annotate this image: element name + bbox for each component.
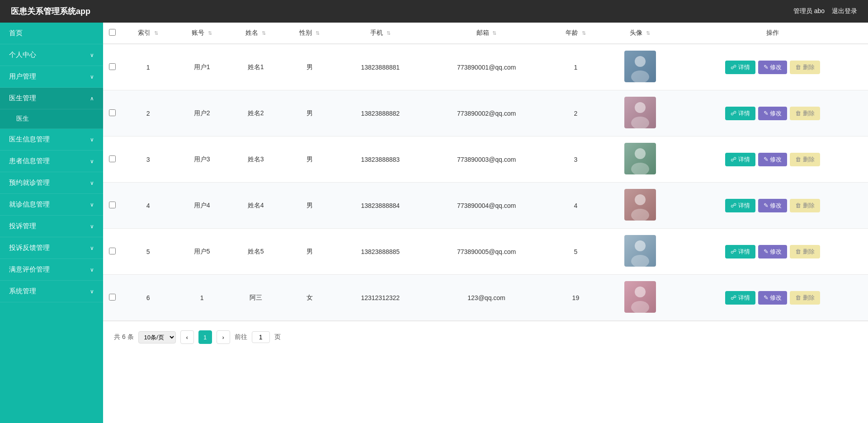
row-index: 3 <box>121 136 175 183</box>
row-gender: 男 <box>283 90 336 136</box>
sidebar-item-patient-info-mgmt[interactable]: 患者信息管理 ∨ <box>0 150 103 172</box>
sidebar-item-satisfaction-mgmt[interactable]: 满意评价管理 ∨ <box>0 259 103 281</box>
col-phone[interactable]: 手机 ⇅ <box>336 23 424 44</box>
row-gender: 男 <box>283 229 336 275</box>
admin-label: 管理员 abo <box>793 7 825 15</box>
row-age: 3 <box>549 136 603 183</box>
sidebar: 首页 个人中心 ∨ 用户管理 ∨ 医生管理 ∧ 医生 医生信息管理 ∨ 患者信息… <box>0 23 103 423</box>
page-1-button[interactable]: 1 <box>198 330 212 344</box>
delete-button[interactable]: 🗑 删除 <box>790 245 820 258</box>
action-group: ☍ 详情 ✎ 修改 🗑 删除 <box>682 107 863 120</box>
col-index[interactable]: 索引 ⇅ <box>121 23 175 44</box>
chevron-down-icon: ∨ <box>90 202 94 208</box>
col-name[interactable]: 姓名 ⇅ <box>229 23 283 44</box>
col-email[interactable]: 邮箱 ⇅ <box>424 23 549 44</box>
row-age: 4 <box>549 183 603 229</box>
avatar <box>624 143 656 174</box>
row-actions: ☍ 详情 ✎ 修改 🗑 删除 <box>677 275 868 321</box>
sidebar-item-doctor-info-mgmt[interactable]: 医生信息管理 ∨ <box>0 129 103 150</box>
table-row: 2 用户2 姓名2 男 13823888882 773890002@qq.com… <box>103 90 868 136</box>
detail-button[interactable]: ☍ 详情 <box>725 107 755 120</box>
chevron-down-icon: ∨ <box>90 180 94 186</box>
sidebar-item-visit-info-mgmt[interactable]: 就诊信息管理 ∨ <box>0 194 103 216</box>
sort-icon: ⇅ <box>154 30 158 36</box>
row-phone: 13823888881 <box>336 44 424 90</box>
chevron-down-icon: ∨ <box>90 267 94 273</box>
col-gender[interactable]: 性别 ⇅ <box>283 23 336 44</box>
row-checkbox-3[interactable] <box>109 155 116 162</box>
row-index: 1 <box>121 44 175 90</box>
edit-button[interactable]: ✎ 修改 <box>758 199 788 212</box>
row-name: 姓名4 <box>229 183 283 229</box>
delete-button[interactable]: 🗑 删除 <box>790 199 820 212</box>
row-phone: 12312312322 <box>336 275 424 321</box>
edit-button[interactable]: ✎ 修改 <box>758 245 788 258</box>
col-avatar[interactable]: 头像 ⇅ <box>603 23 677 44</box>
row-gender: 男 <box>283 44 336 90</box>
col-account[interactable]: 账号 ⇅ <box>175 23 229 44</box>
row-phone: 13823888883 <box>336 136 424 183</box>
row-checkbox-5[interactable] <box>109 248 116 254</box>
sidebar-item-doctor-mgmt[interactable]: 医生管理 ∧ <box>0 88 103 109</box>
table-header-row: 索引 ⇅ 账号 ⇅ 姓名 ⇅ 性别 ⇅ 手机 ⇅ 邮箱 ⇅ 年龄 ⇅ 头像 ⇅ … <box>103 23 868 44</box>
row-checkbox-2[interactable] <box>109 109 116 116</box>
sidebar-item-doctor[interactable]: 医生 <box>0 109 103 129</box>
row-checkbox-4[interactable] <box>109 202 116 208</box>
col-age[interactable]: 年龄 ⇅ <box>549 23 603 44</box>
avatar <box>624 51 656 82</box>
row-avatar-cell <box>603 44 677 90</box>
sidebar-item-system-mgmt[interactable]: 系统管理 ∨ <box>0 281 103 302</box>
row-avatar-cell <box>603 183 677 229</box>
edit-button[interactable]: ✎ 修改 <box>758 153 788 166</box>
delete-button[interactable]: 🗑 删除 <box>790 107 820 120</box>
avatar <box>624 281 656 313</box>
sidebar-item-complaint-mgmt[interactable]: 投诉管理 ∨ <box>0 216 103 237</box>
svg-point-7 <box>635 148 646 159</box>
page-size-select[interactable]: 10条/页 20条/页 50条/页 <box>138 331 176 343</box>
row-name: 姓名3 <box>229 136 283 183</box>
row-checkbox-6[interactable] <box>109 294 116 301</box>
detail-button[interactable]: ☍ 详情 <box>725 199 755 212</box>
app-title: 医患关系管理系统app <box>11 6 90 17</box>
delete-button[interactable]: 🗑 删除 <box>790 291 820 305</box>
sidebar-item-user-mgmt[interactable]: 用户管理 ∨ <box>0 66 103 88</box>
detail-button[interactable]: ☍ 详情 <box>725 153 755 166</box>
row-age: 1 <box>549 44 603 90</box>
logout-button[interactable]: 退出登录 <box>832 7 857 15</box>
row-index: 6 <box>121 275 175 321</box>
chevron-down-icon: ∨ <box>90 136 94 143</box>
goto-page-input[interactable] <box>252 331 270 343</box>
sidebar-item-personal[interactable]: 个人中心 ∨ <box>0 44 103 66</box>
pagination: 共 6 条 10条/页 20条/页 50条/页 ‹ 1 › 前往 页 <box>103 321 868 353</box>
row-age: 2 <box>549 90 603 136</box>
detail-button[interactable]: ☍ 详情 <box>725 245 755 258</box>
sidebar-item-appointment-mgmt[interactable]: 预约就诊管理 ∨ <box>0 172 103 194</box>
edit-button[interactable]: ✎ 修改 <box>758 107 788 120</box>
sidebar-item-home[interactable]: 首页 <box>0 23 103 44</box>
edit-button[interactable]: ✎ 修改 <box>758 291 788 305</box>
row-name: 姓名1 <box>229 44 283 90</box>
select-all-checkbox[interactable] <box>109 29 116 36</box>
edit-button[interactable]: ✎ 修改 <box>758 61 788 74</box>
chevron-down-icon: ∨ <box>90 74 94 80</box>
detail-button[interactable]: ☍ 详情 <box>725 61 755 74</box>
prev-page-button[interactable]: ‹ <box>180 330 194 344</box>
table-row: 1 用户1 姓名1 男 13823888881 773890001@qq.com… <box>103 44 868 90</box>
row-gender: 女 <box>283 275 336 321</box>
svg-point-13 <box>635 240 646 251</box>
row-actions: ☍ 详情 ✎ 修改 🗑 删除 <box>677 229 868 275</box>
row-checkbox-1[interactable] <box>109 63 116 70</box>
data-table: 索引 ⇅ 账号 ⇅ 姓名 ⇅ 性别 ⇅ 手机 ⇅ 邮箱 ⇅ 年龄 ⇅ 头像 ⇅ … <box>103 23 868 321</box>
delete-button[interactable]: 🗑 删除 <box>790 61 820 74</box>
sidebar-item-complaint-feedback-mgmt[interactable]: 投诉反馈管理 ∨ <box>0 237 103 259</box>
sidebar-item-system-mgmt-label: 系统管理 <box>9 287 36 296</box>
delete-button[interactable]: 🗑 删除 <box>790 153 820 166</box>
row-phone: 13823888882 <box>336 90 424 136</box>
detail-button[interactable]: ☍ 详情 <box>725 291 755 305</box>
pagination-total: 共 6 条 <box>114 333 134 341</box>
sidebar-item-personal-label: 个人中心 <box>9 51 36 59</box>
row-email: 773890002@qq.com <box>424 90 549 136</box>
row-account: 用户2 <box>175 90 229 136</box>
next-page-button[interactable]: › <box>217 330 230 344</box>
row-actions: ☍ 详情 ✎ 修改 🗑 删除 <box>677 90 868 136</box>
